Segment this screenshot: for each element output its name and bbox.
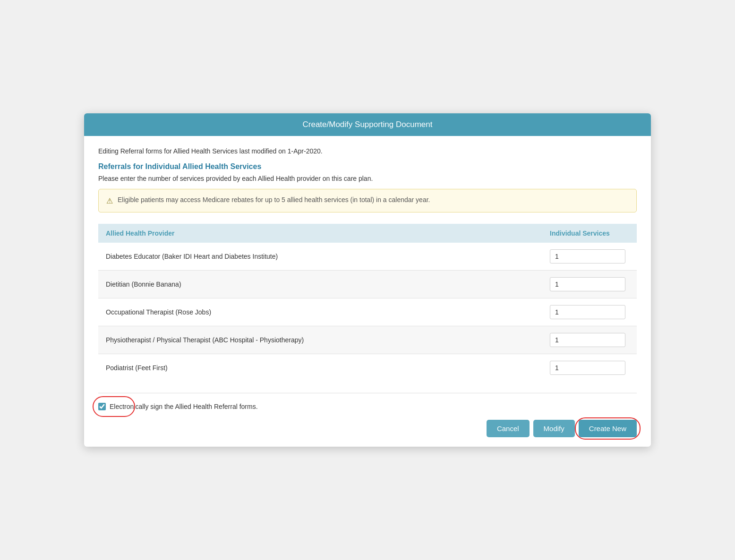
warning-text: Eligible patients may access Medicare re… [118,196,430,204]
button-row: Cancel Modify Create New [98,420,637,437]
warning-box: ⚠ Eligible patients may access Medicare … [98,189,637,212]
dialog-title: Create/Modify Supporting Document [303,120,433,129]
table-row: Occupational Therapist (Rose Jobs) [98,298,637,326]
col-header-services: Individual Services [542,224,637,243]
services-input[interactable] [550,361,625,375]
services-input[interactable] [550,249,625,263]
services-cell [542,243,637,271]
esign-label[interactable]: Electronically sign the Allied Health Re… [110,403,258,410]
services-cell [542,326,637,354]
table-row: Dietitian (Bonnie Banana) [98,271,637,298]
cancel-button[interactable]: Cancel [487,420,530,437]
esign-checkbox[interactable] [98,403,106,410]
provider-table: Allied Health Provider Individual Servic… [98,224,637,382]
col-header-provider: Allied Health Provider [98,224,542,243]
dialog-body: Editing Referral forms for Allied Health… [84,136,651,447]
provider-cell: Physiotherapist / Physical Therapist (AB… [98,326,542,354]
bottom-section: Electronically sign the Allied Health Re… [98,393,637,437]
table-header-row: Allied Health Provider Individual Servic… [98,224,637,243]
provider-cell: Podiatrist (Feet First) [98,354,542,382]
provider-cell: Diabetes Educator (Baker IDI Heart and D… [98,243,542,271]
table-row: Physiotherapist / Physical Therapist (AB… [98,326,637,354]
services-cell [542,354,637,382]
provider-cell: Occupational Therapist (Rose Jobs) [98,298,542,326]
editing-note: Editing Referral forms for Allied Health… [98,147,637,155]
section-title: Referrals for Individual Allied Health S… [98,162,637,171]
services-cell [542,298,637,326]
services-cell [542,271,637,298]
warning-icon: ⚠ [106,196,113,205]
services-input[interactable] [550,277,625,291]
services-input[interactable] [550,305,625,319]
dialog-header: Create/Modify Supporting Document [84,113,651,136]
esign-row: Electronically sign the Allied Health Re… [98,403,637,410]
esign-checkbox-wrapper [98,403,110,410]
dialog: Create/Modify Supporting Document Editin… [84,113,651,447]
services-input[interactable] [550,333,625,347]
table-row: Diabetes Educator (Baker IDI Heart and D… [98,243,637,271]
section-description: Please enter the number of services prov… [98,175,637,182]
table-row: Podiatrist (Feet First) [98,354,637,382]
modify-button[interactable]: Modify [533,420,575,437]
create-new-button[interactable]: Create New [579,420,637,437]
provider-cell: Dietitian (Bonnie Banana) [98,271,542,298]
